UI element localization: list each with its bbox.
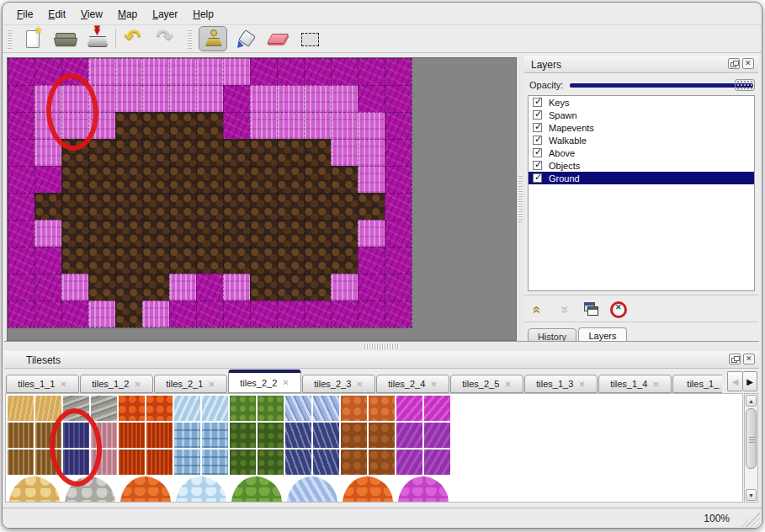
tab-close-icon[interactable]: ✕ [504, 380, 511, 389]
eraser-tool-button[interactable] [263, 26, 291, 51]
map-tile[interactable] [35, 301, 61, 327]
map-tile[interactable] [358, 247, 385, 274]
map-tile[interactable] [250, 85, 277, 112]
tileset-tile-vinedark[interactable] [258, 423, 284, 448]
map-tile[interactable] [358, 112, 385, 139]
map-tile[interactable] [169, 274, 196, 301]
tileset-mound-crystal[interactable] [287, 476, 337, 503]
tileset-mound-orange[interactable] [343, 476, 393, 503]
open-file-button[interactable] [50, 26, 79, 51]
map-tile[interactable] [223, 112, 250, 139]
map-tile[interactable] [223, 85, 250, 112]
tileset-tile-vinedark[interactable] [230, 450, 256, 475]
tileset-tile-mag[interactable] [396, 396, 422, 421]
tileset-tab-tiles_2_2[interactable]: tiles_2_2✕ [228, 370, 301, 393]
map-tile[interactable] [358, 220, 385, 247]
map-tile[interactable] [358, 274, 385, 301]
map-tile[interactable] [88, 139, 115, 166]
tileset-tile-magdark[interactable] [424, 423, 450, 448]
menu-item-view[interactable]: View [73, 6, 110, 22]
tab-close-icon[interactable]: ✕ [282, 378, 289, 387]
map-tile[interactable] [61, 247, 88, 274]
map-tile[interactable] [35, 247, 61, 274]
map-tile[interactable] [88, 274, 115, 301]
map-tile[interactable] [304, 193, 331, 220]
map-tile[interactable] [142, 139, 169, 166]
tileset-tab-tiles_1_2[interactable]: tiles_1_2✕ [80, 375, 153, 393]
map-tile[interactable] [88, 58, 115, 85]
map-tile[interactable] [196, 85, 223, 112]
undo-button[interactable] [120, 26, 149, 51]
map-tile[interactable] [8, 301, 35, 327]
tileset-tile-iceblock[interactable] [202, 423, 228, 448]
map-tile[interactable] [250, 193, 277, 220]
map-tile[interactable] [61, 274, 88, 301]
map-tile[interactable] [277, 301, 304, 327]
map-tile[interactable] [61, 301, 88, 327]
map-tile[interactable] [304, 220, 331, 247]
map-tile[interactable] [331, 301, 358, 327]
vertical-splitter[interactable] [517, 57, 524, 341]
map-tile[interactable] [385, 301, 412, 327]
layers-panel-close-button[interactable] [742, 58, 754, 69]
map-tile[interactable] [223, 139, 250, 166]
map-tile[interactable] [250, 220, 277, 247]
map-tile[interactable] [358, 166, 385, 193]
map-tile[interactable] [196, 58, 223, 85]
tileset-tile-fire[interactable] [119, 423, 145, 448]
tileset-mound-mag[interactable] [398, 476, 449, 503]
map-tile[interactable] [250, 247, 277, 274]
layer-visible-checkbox[interactable] [533, 173, 542, 183]
map-tile[interactable] [331, 220, 358, 247]
map-tile[interactable] [223, 58, 250, 85]
map-tile[interactable] [304, 301, 331, 327]
map-tile[interactable] [358, 85, 385, 112]
map-tile[interactable] [277, 193, 304, 220]
layer-row-spawn[interactable]: Spawn [529, 109, 754, 121]
tileset-mound-ice[interactable] [176, 476, 226, 503]
tileset-tile-iceblock[interactable] [174, 423, 200, 448]
map-tile[interactable] [35, 220, 61, 247]
layer-visible-checkbox[interactable] [533, 136, 542, 145]
layers-panel-float-button[interactable] [728, 58, 740, 69]
map-tile[interactable] [8, 274, 35, 301]
menu-item-layer[interactable]: Layer [145, 6, 185, 22]
tab-close-icon[interactable]: ✕ [578, 380, 585, 389]
map-tile[interactable] [115, 85, 142, 112]
map-viewport[interactable] [7, 57, 517, 341]
map-tile[interactable] [331, 112, 358, 139]
tileset-viewport[interactable] [5, 393, 743, 503]
map-tile[interactable] [142, 58, 169, 85]
tileset-tile-tan[interactable] [8, 396, 34, 421]
map-tile[interactable] [331, 139, 358, 166]
map-tile[interactable] [331, 247, 358, 274]
map-tile[interactable] [115, 274, 142, 301]
map-tile[interactable] [331, 58, 358, 85]
new-file-button[interactable] [19, 26, 47, 51]
tileset-tile-pebble[interactable] [369, 396, 395, 421]
map-tile[interactable] [223, 301, 250, 327]
tilesets-panel-close-button[interactable] [743, 354, 755, 364]
menu-item-edit[interactable]: Edit [40, 6, 73, 22]
tileset-tile-pebbledark[interactable] [369, 450, 395, 475]
map-tile[interactable] [385, 193, 412, 220]
redo-button[interactable] [152, 26, 181, 51]
map-tile[interactable] [250, 166, 277, 193]
map-tile[interactable] [277, 112, 304, 139]
tileset-tab-tiles_2_1[interactable]: tiles_2_1✕ [154, 375, 227, 393]
tileset-tile-rock[interactable] [91, 396, 117, 421]
layer-visible-checkbox[interactable] [533, 148, 542, 157]
scroll-down-icon[interactable]: ▼ [746, 489, 757, 501]
raise-layer-icon[interactable] [529, 301, 545, 317]
tileset-mound-green[interactable] [231, 476, 282, 503]
tileset-tile-fire[interactable] [146, 423, 173, 448]
tileset-tile-fire[interactable] [146, 450, 173, 475]
map-tile[interactable] [169, 139, 196, 166]
tab-scroll-left-icon[interactable]: ◀ [727, 371, 742, 391]
map-tile[interactable] [331, 193, 358, 220]
map-tile[interactable] [142, 85, 169, 112]
tileset-tab-tiles_1_1[interactable]: tiles_1_1✕ [6, 375, 79, 393]
scrollbar-thumb[interactable] [746, 408, 757, 469]
tileset-tile-crystaldark[interactable] [313, 450, 339, 475]
map-tile[interactable] [88, 193, 115, 220]
